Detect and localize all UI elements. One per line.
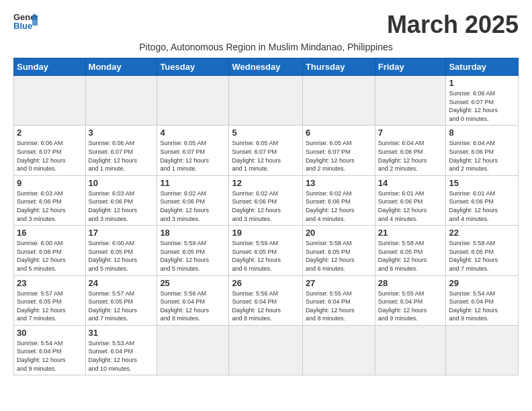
day-1: 1 Sunrise: 6:06 AMSunset: 6:07 PMDayligh…	[446, 76, 519, 126]
col-tuesday: Tuesday	[157, 58, 229, 76]
day-28: 28 Sunrise: 5:55 AMSunset: 6:04 PMDaylig…	[375, 275, 446, 325]
empty-cell	[229, 325, 302, 375]
subtitle: Pitogo, Autonomous Region in Muslim Mind…	[13, 42, 519, 52]
day-21: 21 Sunrise: 5:58 AMSunset: 6:05 PMDaylig…	[375, 226, 446, 275]
logo: General Blue	[13, 11, 38, 31]
day-26: 26 Sunrise: 5:56 AMSunset: 6:04 PMDaylig…	[229, 275, 302, 325]
empty-cell	[302, 325, 375, 375]
month-title: March 2025	[387, 11, 519, 39]
day-2: 2 Sunrise: 6:06 AMSunset: 6:07 PMDayligh…	[14, 126, 86, 175]
day-30: 30 Sunrise: 5:54 AMSunset: 6:04 PMDaylig…	[14, 325, 86, 375]
week-row-1: 1 Sunrise: 6:06 AMSunset: 6:07 PMDayligh…	[14, 76, 519, 126]
col-monday: Monday	[85, 58, 157, 76]
empty-cell	[446, 325, 519, 375]
week-row-6: 30 Sunrise: 5:54 AMSunset: 6:04 PMDaylig…	[14, 325, 519, 375]
week-row-2: 2 Sunrise: 6:06 AMSunset: 6:07 PMDayligh…	[14, 126, 519, 175]
day-25: 25 Sunrise: 5:56 AMSunset: 6:04 PMDaylig…	[157, 275, 229, 325]
logo-icon: General Blue	[13, 11, 38, 31]
day-11: 11 Sunrise: 6:02 AMSunset: 6:06 PMDaylig…	[157, 175, 229, 225]
day-18: 18 Sunrise: 5:59 AMSunset: 6:05 PMDaylig…	[157, 226, 229, 275]
col-sunday: Sunday	[14, 58, 86, 76]
day-19: 19 Sunrise: 5:59 AMSunset: 6:05 PMDaylig…	[229, 226, 302, 275]
day-9: 9 Sunrise: 6:03 AMSunset: 6:06 PMDayligh…	[14, 175, 86, 225]
col-thursday: Thursday	[302, 58, 375, 76]
day-31: 31 Sunrise: 5:53 AMSunset: 6:04 PMDaylig…	[85, 325, 157, 375]
day-7: 7 Sunrise: 6:04 AMSunset: 6:06 PMDayligh…	[375, 126, 446, 175]
week-row-5: 23 Sunrise: 5:57 AMSunset: 6:05 PMDaylig…	[14, 275, 519, 325]
day-15: 15 Sunrise: 6:01 AMSunset: 6:06 PMDaylig…	[446, 175, 519, 225]
day-5: 5 Sunrise: 6:05 AMSunset: 6:07 PMDayligh…	[229, 126, 302, 175]
day-22: 22 Sunrise: 5:58 AMSunset: 6:05 PMDaylig…	[446, 226, 519, 275]
empty-cell	[157, 325, 229, 375]
col-friday: Friday	[375, 58, 446, 76]
day-29: 29 Sunrise: 5:54 AMSunset: 6:04 PMDaylig…	[446, 275, 519, 325]
empty-cell	[375, 325, 446, 375]
day-23: 23 Sunrise: 5:57 AMSunset: 6:05 PMDaylig…	[14, 275, 86, 325]
page-header: General Blue March 2025	[13, 11, 519, 39]
empty-cell	[302, 76, 375, 126]
col-wednesday: Wednesday	[229, 58, 302, 76]
day-14: 14 Sunrise: 6:01 AMSunset: 6:06 PMDaylig…	[375, 175, 446, 225]
day-17: 17 Sunrise: 6:00 AMSunset: 6:05 PMDaylig…	[85, 226, 157, 275]
svg-text:Blue: Blue	[13, 21, 32, 31]
empty-cell	[375, 76, 446, 126]
day-20: 20 Sunrise: 5:58 AMSunset: 6:05 PMDaylig…	[302, 226, 375, 275]
week-row-4: 16 Sunrise: 6:00 AMSunset: 6:06 PMDaylig…	[14, 226, 519, 275]
col-saturday: Saturday	[446, 58, 519, 76]
empty-cell	[157, 76, 229, 126]
empty-cell	[229, 76, 302, 126]
day-6: 6 Sunrise: 6:05 AMSunset: 6:07 PMDayligh…	[302, 126, 375, 175]
day-12: 12 Sunrise: 6:02 AMSunset: 6:06 PMDaylig…	[229, 175, 302, 225]
empty-cell	[85, 76, 157, 126]
day-24: 24 Sunrise: 5:57 AMSunset: 6:05 PMDaylig…	[85, 275, 157, 325]
day-27: 27 Sunrise: 5:55 AMSunset: 6:04 PMDaylig…	[302, 275, 375, 325]
empty-cell	[14, 76, 86, 126]
calendar: Sunday Monday Tuesday Wednesday Thursday…	[13, 58, 519, 375]
day-4: 4 Sunrise: 6:05 AMSunset: 6:07 PMDayligh…	[157, 126, 229, 175]
day-1-info: Sunrise: 6:06 AMSunset: 6:07 PMDaylight:…	[449, 89, 515, 123]
day-13: 13 Sunrise: 6:02 AMSunset: 6:06 PMDaylig…	[302, 175, 375, 225]
day-3: 3 Sunrise: 6:06 AMSunset: 6:07 PMDayligh…	[85, 126, 157, 175]
day-8: 8 Sunrise: 6:04 AMSunset: 6:06 PMDayligh…	[446, 126, 519, 175]
day-10: 10 Sunrise: 6:03 AMSunset: 6:06 PMDaylig…	[85, 175, 157, 225]
week-row-3: 9 Sunrise: 6:03 AMSunset: 6:06 PMDayligh…	[14, 175, 519, 225]
day-16: 16 Sunrise: 6:00 AMSunset: 6:06 PMDaylig…	[14, 226, 86, 275]
